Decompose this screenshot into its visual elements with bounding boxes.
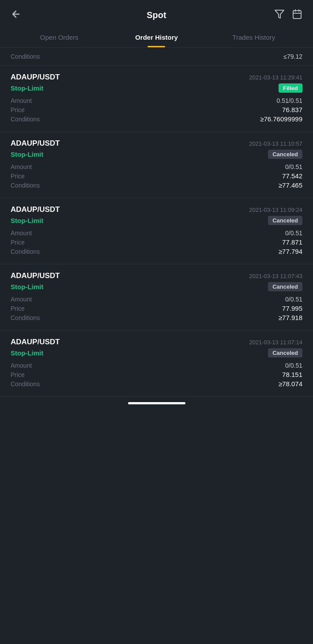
price-label: Price: [11, 106, 25, 113]
price-label: Price: [11, 305, 25, 312]
status-badge: Canceled: [268, 216, 302, 225]
order-detail-row: Conditions ≥76.76099999: [11, 115, 302, 123]
order-detail-row: Conditions ≥78.074: [11, 380, 302, 388]
order-row-top: ADAUP/USDT 2021-03-13 11:07:14: [11, 338, 302, 346]
order-item: ADAUP/USDT 2021-03-13 11:07:43 Stop-Limi…: [0, 264, 313, 331]
conditions-value: ≥77.794: [279, 248, 302, 255]
order-row-mid: Stop-Limit Canceled: [11, 348, 302, 358]
order-detail-row: Price 78.151: [11, 371, 302, 378]
order-item: ADAUP/USDT 2021-03-13 11:07:14 Stop-Limi…: [0, 331, 313, 397]
amount-label: Amount: [11, 97, 32, 104]
order-detail-row: Price 77.995: [11, 305, 302, 312]
header-right: [274, 9, 302, 21]
svg-marker-0: [275, 10, 284, 18]
tab-trades-history[interactable]: Trades History: [205, 28, 302, 47]
conditions-value: ≥77.918: [279, 314, 302, 321]
order-detail-row: Conditions ≥77.918: [11, 314, 302, 321]
amount-value: 0/0.51: [285, 163, 302, 170]
price-value: 77.542: [282, 172, 302, 180]
conditions-label: Conditions: [11, 380, 40, 388]
home-indicator: [128, 402, 185, 404]
order-pair: ADAUP/USDT: [11, 271, 60, 280]
order-detail-row: Amount 0/0.51: [11, 230, 302, 237]
amount-value: 0/0.51: [285, 296, 302, 303]
order-pair: ADAUP/USDT: [11, 205, 60, 214]
filter-icon[interactable]: [274, 9, 285, 21]
price-value: 76.837: [282, 106, 302, 113]
order-detail-row: Amount 0/0.51: [11, 362, 302, 369]
svg-rect-1: [293, 11, 301, 19]
amount-label: Amount: [11, 163, 32, 170]
order-row-top: ADAUP/USDT 2021-03-13 11:29:41: [11, 73, 302, 82]
order-row-mid: Stop-Limit Canceled: [11, 150, 302, 159]
bottom-bar: [0, 397, 313, 408]
amount-label: Amount: [11, 230, 32, 237]
order-detail-row: Amount 0.51/0.51: [11, 97, 302, 104]
price-label: Price: [11, 239, 25, 246]
tab-order-history[interactable]: Order History: [108, 28, 205, 47]
header-left: [11, 9, 21, 21]
order-detail-row: Amount 0/0.51: [11, 296, 302, 303]
calendar-icon[interactable]: [292, 9, 302, 21]
order-type: Stop-Limit: [11, 217, 43, 224]
amount-value: 0/0.51: [285, 362, 302, 369]
order-date: 2021-03-13 11:10:57: [249, 140, 302, 147]
intro-row: Conditions ≤79.12: [0, 48, 313, 66]
conditions-label: Conditions: [11, 314, 40, 321]
status-badge: Canceled: [268, 348, 302, 358]
order-pair: ADAUP/USDT: [11, 338, 60, 346]
order-type: Stop-Limit: [11, 349, 43, 357]
order-pair: ADAUP/USDT: [11, 73, 60, 82]
page-title: Spot: [147, 10, 166, 20]
conditions-value: ≥77.465: [279, 181, 302, 189]
status-badge: Canceled: [268, 150, 302, 159]
tab-open-orders[interactable]: Open Orders: [11, 28, 108, 47]
price-label: Price: [11, 371, 25, 378]
order-detail-row: Price 77.542: [11, 172, 302, 180]
conditions-value: ≥78.074: [279, 380, 302, 388]
order-row-top: ADAUP/USDT 2021-03-13 11:10:57: [11, 139, 302, 148]
order-row-mid: Stop-Limit Filled: [11, 83, 302, 93]
status-badge: Filled: [279, 83, 302, 93]
amount-label: Amount: [11, 362, 32, 369]
price-value: 78.151: [282, 371, 302, 378]
conditions-label: Conditions: [11, 116, 40, 123]
order-row-top: ADAUP/USDT 2021-03-13 11:09:24: [11, 205, 302, 214]
order-date: 2021-03-13 11:09:24: [249, 207, 302, 213]
order-detail-row: Price 77.871: [11, 238, 302, 246]
order-date: 2021-03-13 11:07:14: [249, 339, 302, 346]
amount-value: 0.51/0.51: [277, 97, 302, 104]
conditions-label: Conditions: [11, 248, 40, 255]
price-value: 77.995: [282, 305, 302, 312]
amount-label: Amount: [11, 296, 32, 303]
header: Spot: [0, 0, 313, 28]
amount-value: 0/0.51: [285, 230, 302, 237]
order-detail-row: Conditions ≥77.465: [11, 181, 302, 189]
conditions-value: ≤79.12: [283, 53, 302, 60]
order-pair: ADAUP/USDT: [11, 139, 60, 148]
order-date: 2021-03-13 11:07:43: [249, 273, 302, 279]
conditions-label: Conditions: [11, 182, 40, 189]
order-row-top: ADAUP/USDT 2021-03-13 11:07:43: [11, 271, 302, 280]
order-list: ADAUP/USDT 2021-03-13 11:29:41 Stop-Limi…: [0, 66, 313, 397]
order-item: ADAUP/USDT 2021-03-13 11:29:41 Stop-Limi…: [0, 66, 313, 132]
back-button[interactable]: [11, 9, 21, 21]
order-type: Stop-Limit: [11, 151, 43, 158]
order-type: Stop-Limit: [11, 84, 43, 92]
price-label: Price: [11, 173, 25, 180]
order-date: 2021-03-13 11:29:41: [249, 74, 302, 81]
order-item: ADAUP/USDT 2021-03-13 11:09:24 Stop-Limi…: [0, 198, 313, 264]
order-row-mid: Stop-Limit Canceled: [11, 216, 302, 225]
order-item: ADAUP/USDT 2021-03-13 11:10:57 Stop-Limi…: [0, 132, 313, 198]
order-row-mid: Stop-Limit Canceled: [11, 282, 302, 291]
conditions-value: ≥76.76099999: [260, 115, 302, 123]
order-type: Stop-Limit: [11, 283, 43, 290]
order-detail-row: Conditions ≥77.794: [11, 248, 302, 255]
conditions-label: Conditions: [11, 53, 40, 60]
price-value: 77.871: [282, 238, 302, 246]
order-detail-row: Price 76.837: [11, 106, 302, 113]
tab-bar: Open Orders Order History Trades History: [0, 28, 313, 48]
order-detail-row: Amount 0/0.51: [11, 163, 302, 170]
status-badge: Canceled: [268, 282, 302, 291]
